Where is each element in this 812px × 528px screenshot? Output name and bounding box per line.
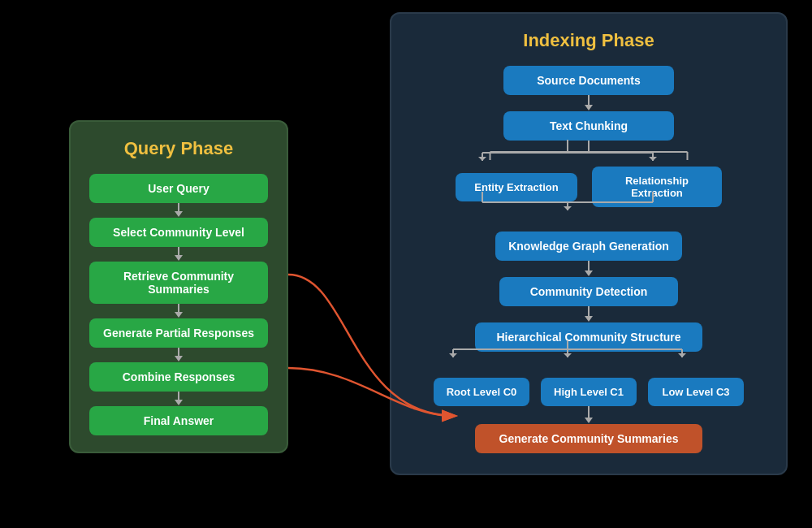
- entity-extraction-box: Entity Extraction: [456, 173, 577, 201]
- community-detection-box: Community Detection: [499, 277, 678, 306]
- generate-summaries-box: Generate Community Summaries: [475, 424, 702, 453]
- text-chunking-box: Text Chunking: [503, 111, 674, 141]
- kg-generation-box: Knowledge Graph Generation: [495, 232, 682, 261]
- arrow-i4: [585, 306, 593, 322]
- merge-arrow: [406, 207, 771, 232]
- fork-arrow-levels: [406, 352, 771, 378]
- hierarchical-structure-box: Hierarchical Community Structure: [475, 322, 702, 352]
- query-panel: Query Phase User Query Select Community …: [69, 120, 288, 453]
- arrow-i6: [585, 406, 593, 424]
- retrieve-summaries-box: Retrieve Community Summaries: [89, 262, 268, 304]
- query-item-select-community: Select Community Level: [85, 218, 272, 247]
- arrow-q1: [85, 203, 272, 218]
- final-answer-box: Final Answer: [89, 406, 268, 435]
- arrow-i1: [585, 95, 593, 111]
- fork-arrow: [406, 141, 771, 167]
- arrow-q3: [85, 304, 272, 318]
- query-panel-title: Query Phase: [85, 138, 272, 159]
- query-flow: User Query Select Community Level Retrie…: [85, 174, 272, 435]
- combine-responses-box: Combine Responses: [89, 362, 268, 392]
- arrow-i3: [585, 261, 593, 277]
- indexing-flow: Source Documents Text Chunking: [406, 66, 771, 453]
- indexing-panel-title: Indexing Phase: [406, 30, 771, 51]
- source-docs-box: Source Documents: [503, 66, 674, 95]
- level-row: Root Level C0 High Level C1 Low Level C3: [406, 378, 771, 406]
- arrow-q4: [85, 348, 272, 362]
- root-level-box: Root Level C0: [434, 378, 529, 406]
- query-item-generate-partial: Generate Partial Responses: [85, 318, 272, 348]
- low-level-box: Low Level C3: [648, 378, 744, 406]
- query-item-user-query: User Query: [85, 174, 272, 203]
- query-item-final-answer: Final Answer: [85, 406, 272, 435]
- query-item-combine-responses: Combine Responses: [85, 362, 272, 392]
- high-level-box: High Level C1: [541, 378, 637, 406]
- generate-partial-box: Generate Partial Responses: [89, 318, 268, 348]
- select-community-box: Select Community Level: [89, 218, 268, 247]
- arrow-q2: [85, 247, 272, 262]
- indexing-panel: Indexing Phase Source Documents Text Chu…: [390, 12, 788, 475]
- relationship-extraction-box: Relationship Extraction: [592, 167, 722, 207]
- user-query-box: User Query: [89, 174, 268, 203]
- arrow-q5: [85, 392, 272, 406]
- extraction-row: Entity Extraction Relationship Extractio…: [406, 167, 771, 207]
- query-item-retrieve-summaries: Retrieve Community Summaries: [85, 262, 272, 304]
